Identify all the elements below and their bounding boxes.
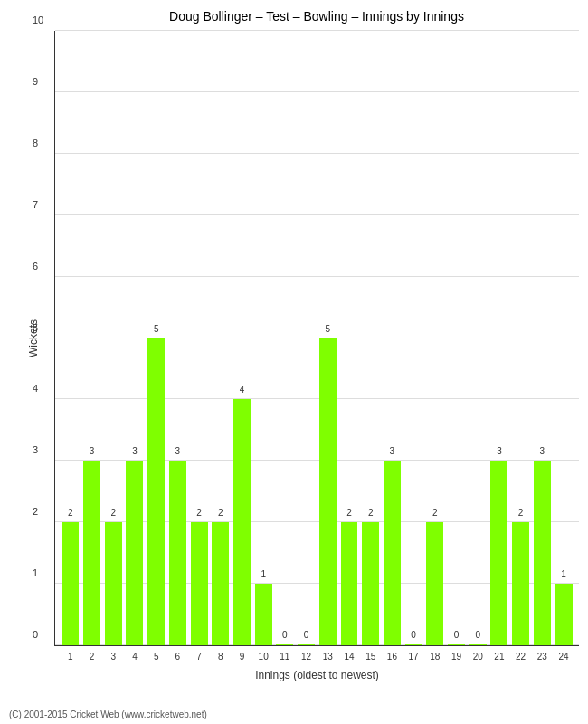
x-tick-label: 11 (280, 652, 289, 662)
bar-value-label: 2 (68, 508, 73, 518)
bar-group: 34 (124, 31, 146, 645)
x-tick-label: 22 (516, 652, 526, 662)
x-tick-label: 16 (387, 652, 397, 662)
bar-group: 124 (553, 31, 574, 645)
x-tick-label: 18 (430, 652, 440, 662)
bar: 012 (298, 644, 315, 645)
x-tick-label: 17 (409, 652, 419, 662)
x-tick-label: 15 (365, 652, 375, 662)
bar-group: 222 (510, 31, 532, 645)
bar-value-label: 2 (346, 508, 352, 518)
bar-value-label: 1 (561, 569, 566, 579)
bar: 019 (448, 644, 465, 645)
bar-group: 321 (488, 31, 510, 645)
bar: 011 (276, 644, 293, 645)
bar: 222 (512, 522, 529, 645)
y-tick-label: 10 (33, 14, 43, 25)
bar: 32 (83, 461, 100, 645)
bar-group: 012 (296, 31, 318, 645)
bar-group: 55 (146, 31, 167, 645)
bar-value-label: 3 (540, 446, 545, 456)
bar: 110 (255, 584, 272, 645)
x-tick-label: 4 (132, 652, 138, 662)
x-tick-label: 9 (240, 652, 245, 662)
bar-value-label: 2 (196, 508, 202, 518)
bar-group: 020 (467, 31, 488, 645)
x-tick-label: 14 (344, 652, 354, 662)
bar-value-label: 3 (497, 446, 502, 456)
bar-value-label: 0 (282, 630, 288, 640)
bar-group: 513 (317, 31, 338, 645)
y-tick-label: 3 (33, 444, 38, 455)
bar: 36 (169, 461, 186, 645)
bar-group: 49 (232, 31, 253, 645)
bar: 321 (490, 461, 507, 645)
bar: 214 (341, 522, 358, 645)
copyright: (C) 2001-2015 Cricket Web (www.cricketwe… (9, 710, 207, 719)
y-tick-label: 0 (33, 629, 38, 640)
bar-value-label: 2 (218, 508, 223, 518)
x-tick-label: 6 (175, 652, 181, 662)
y-tick-label: 9 (33, 76, 38, 87)
bar: 28 (212, 522, 229, 645)
x-tick-label: 20 (473, 652, 483, 662)
x-tick-label: 24 (558, 652, 568, 662)
x-tick-label: 1 (68, 652, 73, 662)
bar-value-label: 3 (390, 446, 395, 456)
bar-value-label: 2 (432, 508, 438, 518)
x-tick-label: 19 (451, 652, 461, 662)
chart-area: Wickets Innings (oldest to newest) 01234… (54, 31, 579, 646)
y-tick-label: 6 (33, 261, 38, 272)
bar-value-label: 0 (304, 630, 309, 640)
bar-value-label: 5 (154, 324, 159, 334)
bar: 017 (405, 644, 422, 645)
bar: 34 (126, 461, 143, 645)
x-tick-label: 10 (259, 652, 269, 662)
x-tick-label: 3 (110, 652, 116, 662)
bar-value-label: 2 (518, 508, 524, 518)
bar-value-label: 0 (454, 630, 460, 640)
bar: 020 (469, 644, 487, 645)
bar-value-label: 4 (240, 385, 245, 395)
x-tick-label: 13 (323, 652, 333, 662)
bar-group: 019 (446, 31, 468, 645)
x-tick-label: 12 (301, 652, 311, 662)
bar-value-label: 0 (411, 630, 416, 640)
bar-group: 32 (81, 31, 103, 645)
bars-wrapper: 2132233455362728491100110125132142153160… (55, 31, 579, 645)
x-tick-label: 2 (90, 652, 95, 662)
x-tick-label: 5 (154, 652, 159, 662)
bar-group: 011 (274, 31, 296, 645)
bar: 215 (362, 522, 379, 645)
chart-title: Doug Bollinger – Test – Bowling – Inning… (54, 9, 579, 24)
bar: 218 (426, 522, 443, 645)
bar-group: 21 (60, 31, 81, 645)
bar-value-label: 3 (175, 446, 181, 456)
bar: 55 (147, 338, 165, 646)
bar-group: 316 (382, 31, 403, 645)
bar-group: 323 (531, 31, 553, 645)
bar-value-label: 2 (110, 508, 116, 518)
bar: 21 (62, 522, 79, 645)
y-tick-label: 5 (33, 322, 38, 333)
bar-group: 36 (167, 31, 189, 645)
x-tick-label: 23 (537, 652, 547, 662)
bar-value-label: 3 (90, 446, 95, 456)
bar: 513 (319, 338, 337, 646)
bar-group: 017 (403, 31, 424, 645)
x-axis-label: Innings (oldest to newest) (255, 669, 379, 681)
bar-value-label: 0 (475, 630, 480, 640)
bar-value-label: 2 (368, 508, 374, 518)
y-tick-label: 2 (33, 506, 38, 517)
bar: 323 (534, 461, 551, 645)
bar-group: 218 (424, 31, 446, 645)
x-tick-label: 8 (218, 652, 223, 662)
bar-value-label: 1 (261, 569, 266, 579)
bar-group: 110 (252, 31, 274, 645)
x-tick-label: 21 (494, 652, 504, 662)
bar: 49 (233, 399, 251, 645)
bar-group: 214 (338, 31, 360, 645)
bar-group: 27 (188, 31, 210, 645)
y-tick-label: 1 (33, 567, 38, 578)
bar: 124 (555, 584, 573, 645)
